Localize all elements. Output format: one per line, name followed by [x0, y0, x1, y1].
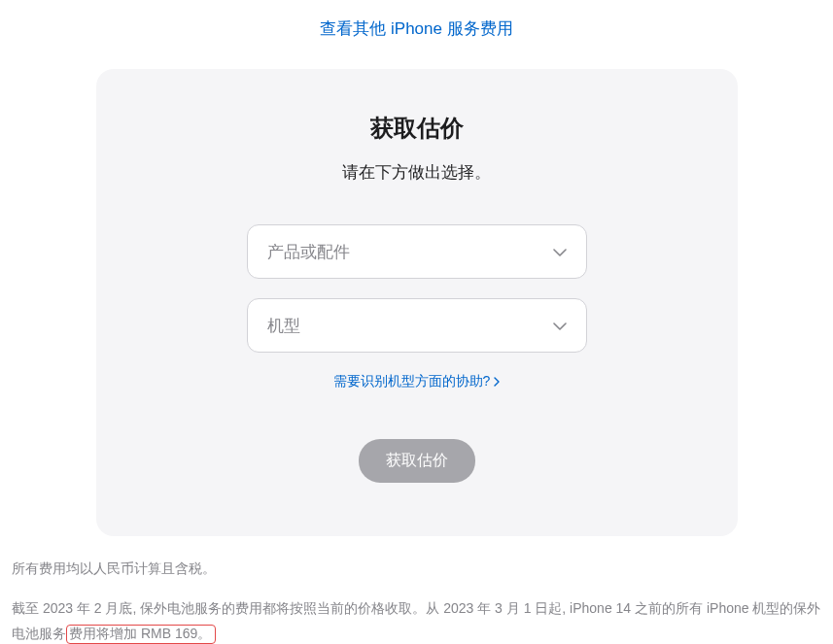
- product-select[interactable]: 产品或配件: [247, 224, 587, 279]
- product-select-wrap: 产品或配件: [247, 224, 587, 279]
- help-link-wrap: 需要识别机型方面的协助?: [135, 372, 699, 390]
- price-increase-highlight: 费用将增加 RMB 169。: [66, 625, 216, 644]
- footer-line-2: 截至 2023 年 2 月底, 保外电池服务的费用都将按照当前的价格收取。从 2…: [12, 595, 821, 644]
- estimate-panel: 获取估价 请在下方做出选择。 产品或配件 机型 需要识别机型方面的协助? 获取估…: [96, 69, 738, 536]
- model-select[interactable]: 机型: [247, 298, 587, 353]
- view-other-iphone-service-link[interactable]: 查看其他 iPhone 服务费用: [0, 0, 833, 57]
- model-select-placeholder: 机型: [267, 315, 300, 337]
- product-select-placeholder: 产品或配件: [267, 241, 350, 263]
- model-select-wrap: 机型: [247, 298, 587, 353]
- chevron-right-icon: [494, 377, 500, 387]
- help-link-text: 需要识别机型方面的协助?: [333, 373, 491, 390]
- panel-subtitle: 请在下方做出选择。: [135, 161, 699, 184]
- panel-title: 获取估价: [135, 113, 699, 144]
- chevron-down-icon: [553, 317, 567, 334]
- footer-line-1: 所有费用均以人民币计算且含税。: [12, 556, 821, 582]
- get-estimate-button[interactable]: 获取估价: [359, 439, 475, 483]
- identify-model-help-link[interactable]: 需要识别机型方面的协助?: [333, 373, 501, 390]
- chevron-down-icon: [553, 243, 567, 260]
- footer-text: 所有费用均以人民币计算且含税。 截至 2023 年 2 月底, 保外电池服务的费…: [0, 536, 833, 644]
